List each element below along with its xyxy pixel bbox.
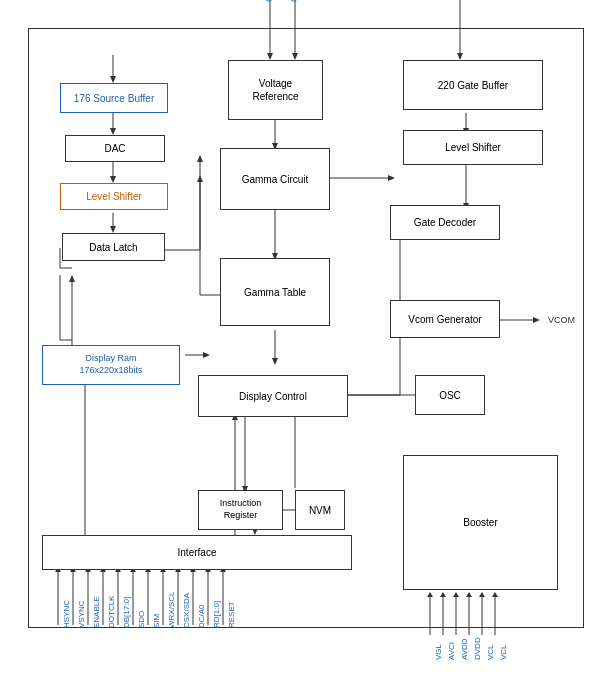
dotclk-label: DOTCLK — [107, 596, 116, 628]
wrx-label: WRX/SCL — [167, 592, 176, 628]
osc-block: OSC — [415, 375, 485, 415]
dac-block: DAC — [65, 135, 165, 162]
enable-label: ENABLE — [92, 596, 101, 628]
reset-label: RESET — [227, 601, 236, 628]
hsync-label: HSYNC — [62, 600, 71, 628]
display-control-block: Display Control — [198, 375, 348, 417]
gvdd-label: GVDD — [289, 0, 299, 2]
voltage-reference-block: VoltageReference — [228, 60, 323, 120]
csx-label: CSX/SDA — [182, 593, 191, 628]
nvm-block: NVM — [295, 490, 345, 530]
gate-decoder-block: Gate Decoder — [390, 205, 500, 240]
data-latch-block: Data Latch — [62, 233, 165, 261]
gvcl-label: GVCL — [264, 0, 274, 2]
avdd-label: AVDD — [460, 638, 469, 660]
db-label: DB[17:0] — [122, 597, 131, 628]
gamma-circuit-block: Gamma Circuit — [220, 148, 330, 210]
rd-label: RD[1:0] — [212, 601, 221, 628]
booster-block: Booster — [403, 455, 558, 590]
display-ram-block: Display Ram176x220x18bits — [42, 345, 180, 385]
source-buffer-block: 176 Source Buffer — [60, 83, 168, 113]
gamma-table-block: Gamma Table — [220, 258, 330, 326]
vcom-label: VCOM — [548, 315, 575, 325]
instruction-register-block: InstructionRegister — [198, 490, 283, 530]
vcom-generator-block: Vcom Generator — [390, 300, 500, 338]
dvdd-label: DVDD — [473, 637, 482, 660]
diagram-container: GVCL GVDD VCOM 176 Source Buffer DAC Lev… — [0, 0, 612, 675]
vcl2-label: VCL — [499, 644, 508, 660]
level-shifter-left-block: Level Shifter — [60, 183, 168, 210]
sdo-label: SDO — [137, 611, 146, 628]
vcl-label: VCL — [486, 644, 495, 660]
dc-label: DC/A0 — [197, 604, 206, 628]
vsync-label: VSYNC — [77, 600, 86, 628]
avci-label: AVCI — [447, 642, 456, 660]
gate-buffer-block: 220 Gate Buffer — [403, 60, 543, 110]
sim-label: SIM — [152, 614, 161, 628]
vgl-label: VGL — [434, 644, 443, 660]
level-shifter-right-block: Level Shifter — [403, 130, 543, 165]
interface-block: Interface — [42, 535, 352, 570]
